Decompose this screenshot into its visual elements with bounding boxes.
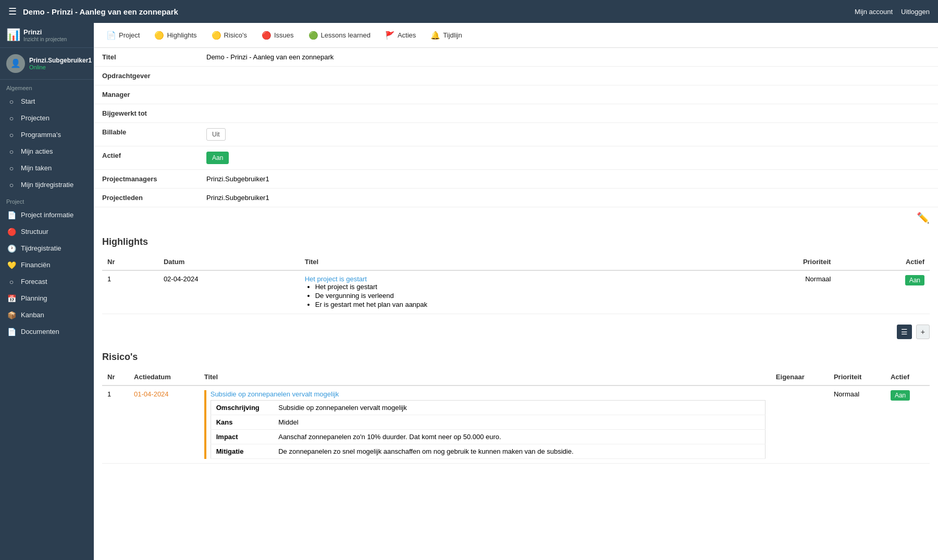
info-row-billable: Billable Uit — [94, 123, 938, 146]
tab-lessons-icon: 🟢 — [308, 31, 318, 40]
sidebar-item-tijdregistratie-gen[interactable]: ○Mijn tijdregistratie — [0, 177, 94, 193]
info-row-manager: Manager — [94, 85, 938, 104]
info-row-titel: Titel Demo - Prinzi - Aanleg van een zon… — [94, 48, 938, 67]
tab-issues[interactable]: 🔴 Issues — [255, 28, 300, 43]
tab-project-label: Project — [119, 31, 140, 39]
tijdregistratie-icon: 🕐 — [6, 244, 17, 253]
sidebar-item-financien[interactable]: 💛Financiën — [0, 257, 94, 273]
highlights-col-nr: Nr — [102, 254, 158, 270]
highlights-row-1: 1 02-04-2024 Het project is gestart Het … — [102, 270, 930, 314]
info-value-projectleden: Prinzi.Subgebruiker1 — [198, 189, 938, 207]
sidebar-item-kanban[interactable]: 📦Kanban — [0, 307, 94, 323]
documenten-icon: 📄 — [6, 328, 17, 336]
tab-tijdlijn[interactable]: 🔔 Tijdlijn — [424, 28, 468, 43]
info-label-billable: Billable — [94, 123, 198, 146]
sidebar-label-mijn-acties: Mijn acties — [21, 147, 53, 155]
sidebar-item-start[interactable]: ○Start — [0, 93, 94, 110]
sidebar-label-forecast: Forecast — [21, 278, 47, 285]
my-account-link[interactable]: Mijn account — [855, 8, 893, 16]
risk-detail-value-kans: Middel — [273, 415, 765, 430]
tab-bar: 📄 Project 🟡 Highlights 🟡 Risico's 🔴 Issu… — [94, 23, 938, 48]
sidebar-label-projecten: Projecten — [21, 114, 50, 122]
project-info-icon: 📄 — [6, 211, 17, 219]
highlights-action-area: ☰ + — [94, 322, 938, 343]
tab-acties[interactable]: 🚩 Acties — [379, 28, 422, 43]
risk-detail-mitigatie: Mitigatie De zonnepanelen zo snel mogeli… — [211, 444, 765, 459]
main-layout: 📊 Prinzi Inzicht in projecten 👤 Prinzi.S… — [0, 23, 938, 560]
risicos-col-actiedatum: Actiedatum — [129, 369, 199, 385]
info-row-projectmanagers: Projectmanagers Prinzi.Subgebruiker1 — [94, 170, 938, 189]
tab-lessons[interactable]: 🟢 Lessons learned — [302, 28, 377, 43]
logout-link[interactable]: Uitloggen — [901, 8, 930, 16]
sidebar-item-projecten[interactable]: ○Projecten — [0, 110, 94, 127]
kanban-icon: 📦 — [6, 311, 17, 319]
sidebar-item-project-info[interactable]: 📄Project informatie — [0, 207, 94, 223]
menu-icon[interactable]: ☰ — [8, 6, 17, 17]
risk-detail-omschrijving: Omschrijving Subsidie op zonnepanelen ve… — [211, 401, 765, 415]
highlights-filter-button[interactable]: ☰ — [897, 325, 912, 339]
logo-name: Prinzi — [23, 28, 67, 36]
highlights-header: Nr Datum Titel Prioriteit Actief — [102, 254, 930, 270]
tab-issues-label: Issues — [274, 31, 294, 39]
billable-toggle[interactable]: Uit — [206, 128, 226, 141]
sidebar-item-documenten[interactable]: 📄Documenten — [0, 323, 94, 340]
page-title: Demo - Prinzi - Aanleg van een zonnepark — [23, 7, 855, 16]
sidebar-item-forecast[interactable]: ○Forecast — [0, 273, 94, 290]
info-label-titel: Titel — [94, 48, 198, 67]
tab-tijdlijn-label: Tijdlijn — [443, 31, 462, 39]
start-icon: ○ — [6, 97, 17, 106]
sidebar-item-mijn-taken[interactable]: ○Mijn taken — [0, 160, 94, 177]
financien-icon: 💛 — [6, 261, 17, 269]
risicos-col-eigenaar: Eigenaar — [771, 369, 829, 385]
edit-icon[interactable]: ✏️ — [917, 212, 930, 223]
risk-detail-value-omschrijving: Subsidie op zonnepanelen vervalt mogelij… — [273, 401, 765, 415]
risicos-link-1[interactable]: Subsidie op zonnepanelen vervalt mogelij… — [211, 390, 339, 398]
info-row-bijgewerkt: Bijgewerkt tot — [94, 104, 938, 123]
highlights-prioriteit-1: Normaal — [716, 270, 836, 314]
highlights-link-1[interactable]: Het project is gestart — [305, 275, 367, 283]
risk-detail-value-impact: Aanschaf zonnepanelen zo'n 10% duurder. … — [273, 430, 765, 444]
risicos-actiedatum-1: 01-04-2024 — [129, 385, 199, 464]
risk-detail-kans: Kans Middel — [211, 415, 765, 430]
tab-highlights-icon: 🟡 — [154, 31, 164, 40]
sidebar-label-financien: Financiën — [21, 261, 50, 269]
risicos-title: Risico's — [102, 352, 930, 363]
risicos-col-titel: Titel — [199, 369, 771, 385]
sidebar-item-structuur[interactable]: 🔴Structuur — [0, 223, 94, 240]
info-value-projectmanagers: Prinzi.Subgebruiker1 — [198, 170, 938, 189]
risicos-nr-1: 1 — [102, 385, 129, 464]
tab-highlights[interactable]: 🟡 Highlights — [148, 28, 203, 43]
sidebar-label-tijdregistratie: Tijdregistratie — [21, 244, 61, 252]
sidebar-label-kanban: Kanban — [21, 311, 44, 319]
info-row-actief: Actief Aan — [94, 146, 938, 170]
risicos-eigenaar-1 — [771, 385, 829, 464]
tab-project-icon: 📄 — [106, 31, 116, 40]
planning-icon: 📅 — [6, 294, 17, 303]
risicos-titel-1: Subsidie op zonnepanelen vervalt mogelij… — [199, 385, 771, 464]
highlights-add-button[interactable]: + — [916, 325, 930, 339]
highlights-col-datum: Datum — [158, 254, 300, 270]
tijdregistratie-gen-icon: ○ — [6, 181, 17, 189]
mijn-acties-icon: ○ — [6, 147, 17, 156]
info-label-bijgewerkt: Bijgewerkt tot — [94, 104, 198, 123]
tab-lessons-label: Lessons learned — [321, 31, 371, 39]
sidebar-item-programmas[interactable]: ○Programma's — [0, 127, 94, 143]
sidebar-item-tijdregistratie[interactable]: 🕐Tijdregistratie — [0, 240, 94, 257]
tab-project[interactable]: 📄 Project — [100, 28, 146, 43]
main-content: 📄 Project 🟡 Highlights 🟡 Risico's 🔴 Issu… — [94, 23, 938, 560]
risk-detail-label-kans: Kans — [211, 415, 273, 430]
tab-risicos[interactable]: 🟡 Risico's — [205, 28, 253, 43]
nav-links: Mijn account Uitloggen — [855, 8, 930, 16]
tab-acties-label: Acties — [398, 31, 416, 39]
sidebar-section-project: Project — [0, 193, 94, 207]
info-value-actief: Aan — [198, 146, 938, 170]
risk-detail-impact: Impact Aanschaf zonnepanelen zo'n 10% du… — [211, 430, 765, 444]
user-name: Prinzi.Subgebruiker1 — [29, 57, 92, 64]
highlights-title: Highlights — [102, 237, 930, 247]
sidebar-item-planning[interactable]: 📅Planning — [0, 290, 94, 307]
sidebar-item-mijn-acties[interactable]: ○Mijn acties — [0, 143, 94, 160]
sidebar-label-planning: Planning — [21, 294, 47, 302]
actief-toggle[interactable]: Aan — [206, 152, 229, 164]
info-label-opdrachtgever: Opdrachtgever — [94, 67, 198, 85]
sidebar-label-programmas: Programma's — [21, 131, 61, 139]
